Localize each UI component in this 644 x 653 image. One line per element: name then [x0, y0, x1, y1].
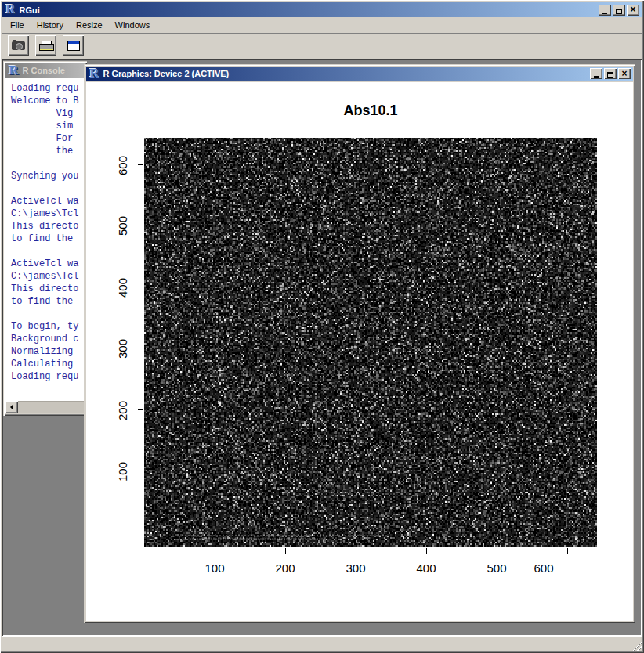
arrow-left-icon	[7, 404, 13, 410]
x-axis-tick-label: 600	[520, 561, 567, 575]
window-title: RGui	[19, 5, 599, 15]
graphics-window-controls: ×	[590, 68, 631, 79]
chip-image-canvas	[144, 138, 597, 547]
plot-title: Abs10.1	[144, 103, 597, 119]
r-logo-icon: R	[9, 65, 18, 77]
menu-resize[interactable]: Resize	[70, 19, 109, 31]
r-logo-icon: R	[89, 68, 99, 80]
console-window-icon	[67, 41, 80, 51]
console-text: Loading requ Welcome to B Vig sim For th…	[5, 78, 85, 383]
y-axis-tick-label: 300	[116, 332, 129, 366]
menubar: File History Resize Windows	[2, 17, 642, 33]
window-controls: ×	[599, 5, 639, 16]
y-axis-tick-mark	[138, 409, 143, 410]
y-axis-tick-label: 200	[116, 394, 129, 428]
main-titlebar[interactable]: R RGui ×	[2, 2, 642, 17]
x-axis-tick-label: 500	[473, 561, 520, 575]
maximize-button[interactable]	[613, 5, 625, 16]
y-axis-tick-label: 600	[116, 149, 129, 183]
close-icon: ×	[621, 69, 627, 79]
console-titlebar[interactable]: R R Console	[5, 63, 85, 78]
resize-grip[interactable]	[631, 640, 642, 651]
console-title: R Console	[22, 66, 82, 75]
y-axis-tick-mark	[138, 471, 143, 471]
y-axis-tick-mark	[138, 287, 143, 287]
r-console-window[interactable]: R R Console Loading requ Welcome to B Vi…	[3, 61, 87, 416]
y-axis-tick-mark	[138, 225, 143, 225]
rgui-main-window: R RGui × File History Resize Windows R R…	[0, 0, 644, 653]
y-axis-tick-label: 100	[116, 455, 129, 489]
mdi-client-area: R R Console Loading requ Welcome to B Vi…	[2, 59, 642, 636]
console-output-area[interactable]: Loading requ Welcome to B Vig sim For th…	[5, 78, 85, 401]
minimize-button[interactable]	[599, 5, 611, 16]
minimize-icon	[594, 76, 599, 78]
close-button[interactable]: ×	[627, 5, 639, 16]
x-axis-tick-mark	[356, 548, 356, 554]
graphics-close-button[interactable]: ×	[618, 68, 631, 79]
console-horizontal-scrollbar[interactable]	[5, 401, 85, 413]
x-axis-tick-label: 400	[403, 561, 450, 575]
y-axis-tick-mark	[138, 348, 143, 348]
menu-file[interactable]: File	[4, 19, 31, 31]
x-axis-tick-mark	[215, 548, 215, 554]
x-axis-tick-label: 200	[262, 561, 309, 575]
graphics-titlebar[interactable]: R R Graphics: Device 2 (ACTIVE) ×	[86, 67, 633, 81]
minimize-icon	[602, 13, 607, 14]
graphics-maximize-button[interactable]	[604, 68, 617, 79]
snapshot-button[interactable]	[8, 35, 29, 56]
x-axis-tick-mark	[497, 548, 497, 554]
status-bar	[2, 636, 642, 651]
x-axis-tick-label: 100	[191, 561, 238, 575]
maximize-icon	[616, 9, 622, 14]
camera-icon	[12, 41, 25, 50]
y-axis-tick-mark	[138, 164, 143, 165]
x-axis-tick-mark	[567, 548, 568, 554]
x-axis-tick-label: 300	[332, 561, 379, 575]
return-to-console-button[interactable]	[63, 35, 84, 56]
toolbar	[2, 33, 642, 57]
printer-icon	[39, 41, 52, 50]
maximize-icon	[607, 72, 613, 78]
scrollbar-track[interactable]	[18, 401, 85, 413]
print-button[interactable]	[35, 35, 56, 56]
y-axis-tick-label: 500	[116, 209, 129, 244]
r-logo-icon: R	[5, 4, 15, 16]
scroll-left-button[interactable]	[5, 401, 18, 413]
graphics-title: R Graphics: Device 2 (ACTIVE)	[103, 69, 590, 78]
y-axis-tick-label: 400	[116, 271, 129, 305]
x-axis-tick-mark	[285, 548, 286, 554]
r-graphics-window[interactable]: R R Graphics: Device 2 (ACTIVE) × Abs10.…	[84, 64, 635, 623]
graphics-minimize-button[interactable]	[590, 68, 602, 79]
menu-history[interactable]: History	[31, 19, 70, 31]
plot-area: Abs10.1 100 200 300 400 500 600	[86, 82, 633, 621]
menu-windows[interactable]: Windows	[109, 19, 157, 31]
x-axis-tick-mark	[426, 548, 427, 554]
close-icon: ×	[630, 5, 635, 15]
